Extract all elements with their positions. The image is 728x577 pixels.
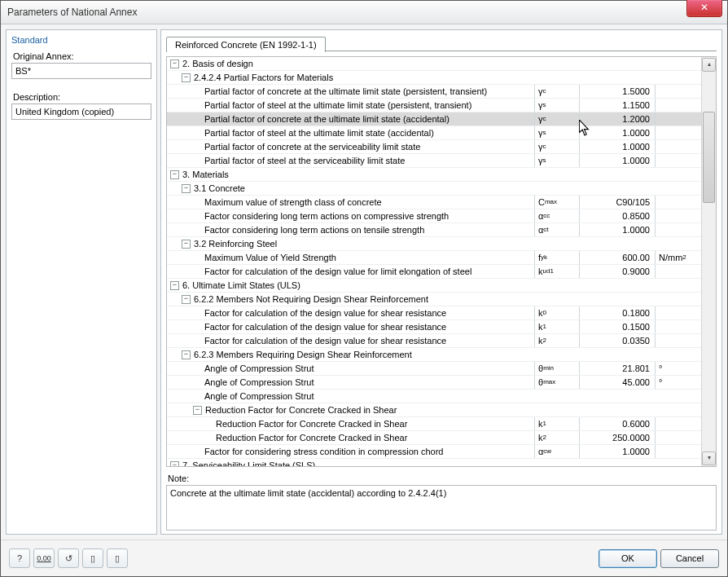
row-symbol: θmin <box>534 362 579 375</box>
expand-toggle[interactable]: − <box>182 295 191 304</box>
parameter-row[interactable]: Factor for considering stress condition … <box>167 445 701 459</box>
row-label: Factor considering long term actions on … <box>204 211 449 221</box>
tool-button-4[interactable]: ▯ <box>82 548 103 568</box>
parameter-row[interactable]: Maximum value of strength class of concr… <box>167 196 701 209</box>
parameter-row[interactable]: Factor for calculation of the design val… <box>167 320 701 334</box>
row-label: Factor for calculation of the design val… <box>204 308 446 318</box>
row-value <box>581 168 656 181</box>
parameter-row[interactable]: Reduction Factor for Concrete Cracked in… <box>167 417 701 431</box>
row-value[interactable]: 0.6000 <box>579 417 655 430</box>
input-description[interactable] <box>11 104 151 120</box>
parameter-row[interactable]: Angle of Compression Strutθmin21.801° <box>167 362 701 376</box>
right-panel: Reinforced Concrete (EN 1992-1-1) −2. Ba… <box>160 29 722 535</box>
row-label: Angle of Compression Strut <box>204 377 314 387</box>
parameter-row[interactable]: −6.2.3 Members Requiring Design Shear Re… <box>167 348 701 362</box>
row-value <box>581 71 656 84</box>
parameter-row[interactable]: Factor considering long term actions on … <box>167 209 701 223</box>
row-unit: N/mm2 <box>655 251 701 264</box>
parameter-row[interactable]: Maximum Value of Yield Strengthfyk600.00… <box>167 251 701 265</box>
note-textbox[interactable]: Concrete at the ultimate limit state (ac… <box>166 485 717 531</box>
row-symbol: k1 <box>534 417 579 430</box>
row-value[interactable]: 1.1500 <box>579 99 655 112</box>
expand-toggle[interactable]: − <box>193 406 202 415</box>
reset-button[interactable]: ↺ <box>58 548 79 568</box>
row-value[interactable]: 1.5000 <box>579 85 655 98</box>
parameter-row[interactable]: Partial factor of concrete at the ultima… <box>167 85 701 99</box>
expand-toggle[interactable]: − <box>182 73 191 82</box>
expand-toggle[interactable]: − <box>170 461 179 467</box>
row-value[interactable]: 21.801 <box>579 362 655 375</box>
parameter-row[interactable]: −3.2 Reinforcing Steel <box>167 237 701 251</box>
row-value[interactable]: 600.00 <box>579 251 655 264</box>
row-value[interactable]: 1.0000 <box>579 445 655 458</box>
row-value[interactable]: C90/105 <box>579 196 655 209</box>
parameter-row[interactable]: Reduction Factor for Concrete Cracked in… <box>167 431 701 445</box>
row-symbol <box>537 293 581 306</box>
parameter-row[interactable]: −6. Ultimate Limit States (ULS) <box>167 279 701 293</box>
parameter-row[interactable]: Factor considering long term actions on … <box>167 223 701 237</box>
row-unit <box>656 71 701 84</box>
row-label: Angle of Compression Strut <box>204 391 314 401</box>
scroll-down-button[interactable]: ▾ <box>702 451 716 465</box>
parameter-row[interactable]: −7. Serviceability Limit State (SLS) <box>167 459 701 466</box>
cancel-button[interactable]: Cancel <box>660 549 719 568</box>
units-button[interactable]: 0.00 <box>33 548 55 568</box>
row-value[interactable]: 45.000 <box>579 376 655 389</box>
label-note: Note: <box>166 472 717 485</box>
row-value[interactable]: 0.1800 <box>579 306 655 319</box>
scrollbar-vertical[interactable]: ▴ ▾ <box>701 57 716 466</box>
parameter-row[interactable]: Partial factor of steel at the ultimate … <box>167 99 701 112</box>
parameter-row[interactable]: Angle of Compression Strut <box>167 390 701 403</box>
row-label: 3.2 Reinforcing Steel <box>194 239 277 249</box>
help-button[interactable]: ? <box>9 548 30 568</box>
expand-toggle[interactable]: − <box>182 240 191 249</box>
parameter-row[interactable]: −2. Basis of design <box>167 57 701 71</box>
row-value[interactable]: 250.0000 <box>579 431 655 444</box>
parameter-row[interactable]: Factor for calculation of the design val… <box>167 265 701 279</box>
parameter-row[interactable]: −6.2.2 Members Not Requiring Design Shea… <box>167 293 701 306</box>
row-value[interactable]: 0.0350 <box>579 334 655 347</box>
close-button[interactable]: ✕ <box>686 0 722 17</box>
row-value[interactable]: 1.0000 <box>579 140 655 153</box>
ok-button[interactable]: OK <box>599 549 657 568</box>
row-value[interactable]: 0.1500 <box>579 320 655 333</box>
expand-toggle[interactable]: − <box>170 59 179 68</box>
row-symbol <box>537 403 581 416</box>
parameter-row[interactable]: −3.1 Concrete <box>167 182 701 196</box>
parameter-row[interactable]: Factor for calculation of the design val… <box>167 334 701 348</box>
row-symbol <box>537 57 581 70</box>
row-value[interactable]: 1.0000 <box>579 126 655 139</box>
row-unit <box>655 306 701 319</box>
row-unit <box>656 459 701 466</box>
expand-toggle[interactable]: − <box>170 281 179 290</box>
row-value <box>581 237 656 250</box>
parameter-row[interactable]: Partial factor of steel at the ultimate … <box>167 126 701 140</box>
row-value[interactable]: 0.8500 <box>579 209 655 222</box>
parameter-row[interactable]: Factor for calculation of the design val… <box>167 306 701 320</box>
row-value[interactable]: 1.2000 <box>579 112 655 126</box>
tab-reinforced-concrete[interactable]: Reinforced Concrete (EN 1992-1-1) <box>166 37 326 52</box>
row-unit <box>655 320 701 333</box>
row-value[interactable]: 0.9000 <box>579 265 655 278</box>
row-value[interactable]: 1.0000 <box>579 154 655 167</box>
tool-button-5[interactable]: ▯ <box>107 548 128 568</box>
parameter-row[interactable]: −Reduction Factor for Concrete Cracked i… <box>167 403 701 417</box>
row-value[interactable]: 1.0000 <box>579 223 655 236</box>
scroll-thumb[interactable] <box>703 112 715 203</box>
help-icon: ? <box>17 553 22 563</box>
row-value <box>581 182 656 195</box>
scroll-up-button[interactable]: ▴ <box>702 58 716 72</box>
parameter-row[interactable]: Angle of Compression Strutθmax45.000° <box>167 376 701 390</box>
expand-toggle[interactable]: − <box>182 184 191 193</box>
input-original-annex[interactable] <box>11 63 151 79</box>
parameter-row[interactable]: −2.4.2.4 Partial Factors for Materials <box>167 71 701 85</box>
row-label: 2. Basis of design <box>182 59 253 68</box>
parameter-row[interactable]: Partial factor of concrete at the servic… <box>167 140 701 154</box>
expand-toggle[interactable]: − <box>170 170 179 179</box>
parameter-row[interactable]: Partial factor of concrete at the ultima… <box>167 112 701 126</box>
parameter-row[interactable]: −3. Materials <box>167 168 701 182</box>
label-description: Description: <box>11 89 151 104</box>
parameter-row[interactable]: Partial factor of steel at the serviceab… <box>167 154 701 168</box>
expand-toggle[interactable]: − <box>182 350 191 359</box>
row-unit <box>656 279 701 292</box>
